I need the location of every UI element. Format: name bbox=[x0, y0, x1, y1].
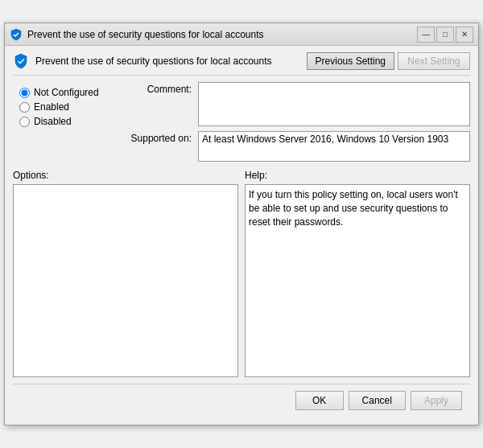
cancel-button[interactable]: Cancel bbox=[349, 391, 406, 410]
help-label: Help: bbox=[245, 170, 470, 181]
options-section: Options: bbox=[13, 170, 238, 377]
header-left: Prevent the use of security questions fo… bbox=[13, 53, 272, 69]
options-box bbox=[13, 184, 238, 377]
ok-button[interactable]: OK bbox=[295, 391, 344, 410]
header-icon bbox=[13, 53, 29, 69]
comment-label: Comment: bbox=[118, 82, 198, 95]
supported-label: Supported on: bbox=[118, 131, 198, 144]
header-title: Prevent the use of security questions fo… bbox=[35, 55, 272, 67]
radio-not-configured[interactable]: Not Configured bbox=[19, 87, 111, 98]
content-area: Prevent the use of security questions fo… bbox=[5, 46, 478, 425]
radio-not-configured-label: Not Configured bbox=[34, 87, 99, 98]
main-body: Not Configured Enabled Disabled Comment: bbox=[13, 82, 470, 166]
comment-textarea[interactable] bbox=[198, 82, 470, 126]
radio-enabled-input[interactable] bbox=[19, 102, 30, 113]
apply-button[interactable]: Apply bbox=[411, 391, 462, 410]
title-bar: Prevent the use of security questions fo… bbox=[5, 23, 478, 46]
radio-enabled-label: Enabled bbox=[34, 101, 69, 113]
title-bar-left: Prevent the use of security questions fo… bbox=[10, 28, 264, 41]
header-buttons: Previous Setting Next Setting bbox=[307, 52, 470, 70]
help-section: Help: If you turn this policy setting on… bbox=[245, 170, 470, 377]
window-title: Prevent the use of security questions fo… bbox=[27, 29, 264, 40]
radio-disabled-label: Disabled bbox=[34, 116, 72, 127]
radio-not-configured-input[interactable] bbox=[19, 88, 30, 98]
supported-value: At least Windows Server 2016, Windows 10… bbox=[198, 131, 470, 162]
radio-group: Not Configured Enabled Disabled bbox=[13, 82, 118, 166]
radio-enabled[interactable]: Enabled bbox=[19, 101, 111, 113]
radio-disabled[interactable]: Disabled bbox=[19, 116, 111, 127]
comment-row: Comment: bbox=[118, 82, 470, 126]
supported-row: Supported on: At least Windows Server 20… bbox=[118, 131, 470, 162]
close-button[interactable]: ✕ bbox=[456, 27, 473, 43]
header-row: Prevent the use of security questions fo… bbox=[13, 52, 470, 76]
options-label: Options: bbox=[13, 170, 238, 181]
title-buttons: — □ ✕ bbox=[417, 27, 473, 43]
title-bar-icon bbox=[10, 28, 23, 41]
minimize-button[interactable]: — bbox=[417, 27, 435, 43]
radio-disabled-input[interactable] bbox=[19, 117, 30, 127]
right-panel: Comment: Supported on: At least Windows … bbox=[118, 82, 470, 166]
previous-setting-button[interactable]: Previous Setting bbox=[307, 52, 394, 70]
main-window: Prevent the use of security questions fo… bbox=[4, 23, 479, 425]
footer: OK Cancel Apply bbox=[13, 384, 470, 418]
next-setting-button[interactable]: Next Setting bbox=[398, 52, 470, 70]
two-column-section: Options: Help: If you turn this policy s… bbox=[13, 170, 470, 377]
maximize-button[interactable]: □ bbox=[436, 27, 454, 43]
help-text: If you turn this policy setting on, loca… bbox=[249, 189, 458, 228]
help-box: If you turn this policy setting on, loca… bbox=[245, 184, 470, 377]
